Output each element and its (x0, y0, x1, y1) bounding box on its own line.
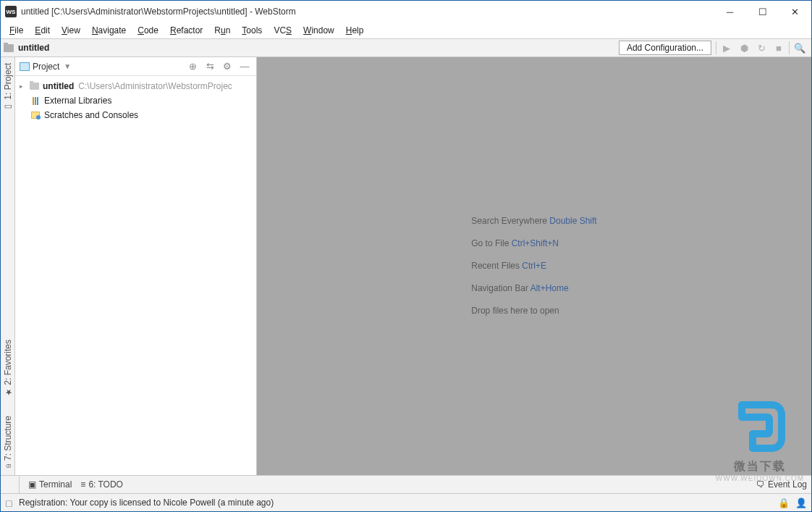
project-panel-title[interactable]: Project (33, 62, 59, 72)
menu-navigate[interactable]: Navigate (88, 24, 130, 37)
editor-empty-state[interactable]: Search Everywhere Double Shift Go to Fil… (257, 57, 811, 475)
tip-navbar-shortcut: Alt+Home (530, 283, 569, 293)
navigation-bar: untitled Add Configuration... ▶ ⬢ ↻ ■ 🔍 (1, 39, 811, 57)
editor-tips: Search Everywhere Double Shift Go to Fil… (471, 210, 596, 323)
separator (789, 41, 790, 54)
bottom-tool-bar: ▣Terminal ≡6: TODO 🗨Event Log (1, 475, 811, 493)
hide-icon[interactable]: — (237, 59, 252, 74)
project-view-icon (20, 62, 30, 71)
add-configuration-button[interactable]: Add Configuration... (619, 41, 711, 55)
tab-structure[interactable]: ⎄ 7: Structure (1, 411, 14, 475)
locate-icon[interactable]: ⊕ (185, 59, 200, 74)
window-title: untitled [C:\Users\Administrator\Webstor… (21, 7, 714, 17)
chevron-down-icon[interactable]: ▼ (64, 62, 71, 70)
project-panel-header: Project ▼ ⊕ ⇆ ⚙ — (15, 57, 256, 76)
expand-arrow-icon[interactable]: ▸ (20, 83, 28, 90)
run-button[interactable]: ▶ (718, 40, 735, 56)
menu-edit[interactable]: Edit (30, 24, 54, 37)
tree-label: Scratches and Consoles (44, 110, 138, 120)
project-tool-window: Project ▼ ⊕ ⇆ ⚙ — ▸ untitled C:\Users\Ad… (15, 57, 257, 475)
separator (716, 41, 716, 54)
tab-favorites[interactable]: ★ 2: Favorites (1, 335, 14, 401)
tool-windows-icon[interactable]: ◻ (5, 498, 13, 508)
terminal-icon: ▣ (28, 479, 36, 490)
tab-project[interactable]: ▭ 1: Project (1, 59, 14, 117)
tab-todo[interactable]: ≡6: TODO (80, 479, 123, 490)
library-icon (33, 97, 38, 105)
menu-run[interactable]: Run (210, 24, 234, 37)
status-bar: ◻ Registration: Your copy is licensed to… (1, 493, 811, 511)
tip-search-shortcut: Double Shift (549, 216, 596, 226)
scratch-icon (31, 112, 40, 119)
titlebar: WS untitled [C:\Users\Administrator\Webs… (1, 1, 811, 22)
tip-recent-shortcut: Ctrl+E (522, 261, 546, 271)
tree-root-path: C:\Users\Administrator\WebstormProjec (78, 81, 232, 91)
tab-event-log[interactable]: 🗨Event Log (756, 479, 807, 490)
stop-button[interactable]: ■ (770, 40, 787, 56)
lock-icon[interactable]: 🔒 (778, 498, 790, 508)
tip-drop: Drop files here to open (471, 300, 596, 322)
project-tree: ▸ untitled C:\Users\Administrator\Websto… (15, 76, 256, 125)
tree-root[interactable]: ▸ untitled C:\Users\Administrator\Websto… (15, 79, 256, 93)
menubar: File Edit View Navigate Code Refactor Ru… (1, 22, 811, 39)
tree-root-name: untitled (43, 81, 74, 91)
menu-view[interactable]: View (57, 24, 85, 37)
tip-goto-label: Go to File (471, 238, 511, 248)
folder-icon (30, 83, 39, 90)
gear-icon[interactable]: ⚙ (220, 59, 234, 74)
tip-navbar-label: Navigation Bar (471, 283, 530, 293)
search-icon[interactable]: 🔍 (791, 40, 808, 56)
tip-recent-label: Recent Files (471, 261, 522, 271)
folder-icon (4, 44, 14, 52)
status-message: Registration: Your copy is licensed to N… (19, 498, 274, 508)
log-icon: 🗨 (756, 479, 765, 490)
inspector-icon[interactable]: 👤 (795, 498, 807, 508)
menu-code[interactable]: Code (133, 24, 163, 37)
menu-help[interactable]: Help (342, 24, 368, 37)
tip-search-label: Search Everywhere (471, 216, 549, 226)
tree-external-libraries[interactable]: External Libraries (15, 93, 256, 108)
menu-refactor[interactable]: Refactor (166, 24, 207, 37)
debug-button[interactable]: ⬢ (735, 40, 753, 56)
minimize-button[interactable]: ─ (714, 1, 746, 22)
close-button[interactable]: ✕ (779, 1, 811, 22)
breadcrumb-project[interactable]: untitled (18, 43, 49, 53)
menu-tools[interactable]: Tools (237, 24, 266, 37)
app-icon: WS (5, 6, 17, 17)
collapse-icon[interactable]: ⇆ (203, 59, 217, 74)
tip-goto-shortcut: Ctrl+Shift+N (512, 238, 559, 248)
tree-label: External Libraries (44, 96, 111, 106)
maximize-button[interactable]: ☐ (746, 1, 779, 22)
tab-terminal[interactable]: ▣Terminal (28, 479, 72, 490)
coverage-button[interactable]: ↻ (753, 40, 770, 56)
list-icon: ≡ (80, 479, 85, 490)
menu-vcs[interactable]: VCS (269, 24, 296, 37)
menu-file[interactable]: File (5, 24, 28, 37)
left-tool-gutter: ▭ 1: Project ★ 2: Favorites ⎄ 7: Structu… (1, 57, 15, 475)
menu-window[interactable]: Window (299, 24, 339, 37)
tree-scratches[interactable]: Scratches and Consoles (15, 108, 256, 122)
